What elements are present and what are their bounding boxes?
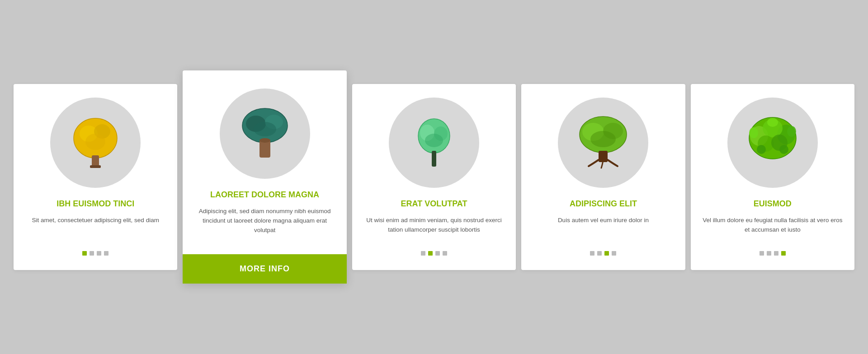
dot-4-1 bbox=[590, 251, 594, 256]
dot-4-3 bbox=[604, 251, 609, 256]
dot-5-4 bbox=[781, 251, 786, 256]
tree-icon-circle-1 bbox=[50, 98, 141, 188]
tree-svg-1 bbox=[64, 111, 127, 174]
dot-3-2 bbox=[428, 251, 433, 256]
svg-point-30 bbox=[767, 118, 778, 127]
tree-svg-3 bbox=[402, 111, 466, 174]
dot-5-3 bbox=[774, 251, 778, 256]
card-title-4: ADIPISCING ELIT bbox=[570, 199, 637, 209]
card-desc-3: Ut wisi enim ad minim veniam, quis nostr… bbox=[363, 216, 505, 235]
tree-icon-circle-4 bbox=[558, 98, 648, 188]
svg-point-11 bbox=[259, 138, 270, 143]
dots-4 bbox=[590, 244, 616, 259]
svg-point-3 bbox=[85, 134, 105, 150]
card-title-3: ERAT VOLUTPAT bbox=[401, 199, 467, 209]
svg-point-9 bbox=[254, 122, 276, 136]
dot-5-2 bbox=[767, 251, 771, 256]
card-desc-5: Vel illum dolore eu feugiat nulla facili… bbox=[702, 216, 844, 235]
card-desc-2: Adipiscing elit, sed diam nonummy nibh e… bbox=[193, 207, 335, 245]
svg-rect-10 bbox=[259, 140, 270, 158]
card-title-1: IBH EUISMOD TINCI bbox=[57, 199, 134, 209]
card-desc-4: Duis autem vel eum iriure dolor in bbox=[558, 216, 649, 235]
tree-svg-5 bbox=[741, 111, 804, 174]
card-desc-1: Sit amet, consectetuer adipiscing elit, … bbox=[32, 216, 159, 235]
dot-3-4 bbox=[443, 251, 447, 256]
dot-3-1 bbox=[421, 251, 425, 256]
dot-4-2 bbox=[597, 251, 602, 256]
dots-5 bbox=[760, 244, 786, 259]
dot-5-1 bbox=[760, 251, 764, 256]
svg-point-29 bbox=[787, 126, 796, 137]
card-euismod: EUISMOD Vel illum dolore eu feugiat null… bbox=[691, 84, 854, 270]
tree-icon-circle-3 bbox=[389, 98, 479, 188]
svg-rect-5 bbox=[90, 165, 101, 168]
card-laoreet: LAOREET DOLORE MAGNA Adipiscing elit, se… bbox=[183, 70, 346, 283]
tree-svg-4 bbox=[571, 111, 635, 174]
card-title-5: EUISMOD bbox=[754, 199, 792, 209]
dot-3-3 bbox=[435, 251, 440, 256]
card-adipiscing: ADIPISCING ELIT Duis autem vel eum iriur… bbox=[521, 84, 685, 270]
svg-point-15 bbox=[425, 134, 443, 147]
dot-4-4 bbox=[612, 251, 616, 256]
svg-rect-16 bbox=[432, 151, 436, 167]
tree-svg-2 bbox=[233, 102, 297, 165]
svg-point-31 bbox=[757, 145, 766, 154]
cards-container: IBH EUISMOD TINCI Sit amet, consectetuer… bbox=[14, 84, 854, 270]
tree-icon-circle-5 bbox=[727, 98, 818, 188]
svg-point-28 bbox=[749, 127, 758, 138]
dot-1-3 bbox=[97, 251, 101, 256]
dot-1-1 bbox=[82, 251, 87, 256]
dots-3 bbox=[421, 244, 447, 259]
svg-point-20 bbox=[590, 131, 616, 147]
dot-1-2 bbox=[90, 251, 94, 256]
card-ibh: IBH EUISMOD TINCI Sit amet, consectetuer… bbox=[14, 84, 177, 270]
svg-point-32 bbox=[779, 145, 788, 154]
card-erat: ERAT VOLUTPAT Ut wisi enim ad minim veni… bbox=[352, 84, 516, 270]
dot-1-4 bbox=[104, 251, 108, 256]
tree-icon-circle-2 bbox=[220, 88, 310, 179]
more-info-button[interactable]: MORE INFO bbox=[183, 254, 346, 284]
card-title-2: LAOREET DOLORE MAGNA bbox=[210, 190, 319, 200]
dots-1 bbox=[82, 244, 108, 259]
